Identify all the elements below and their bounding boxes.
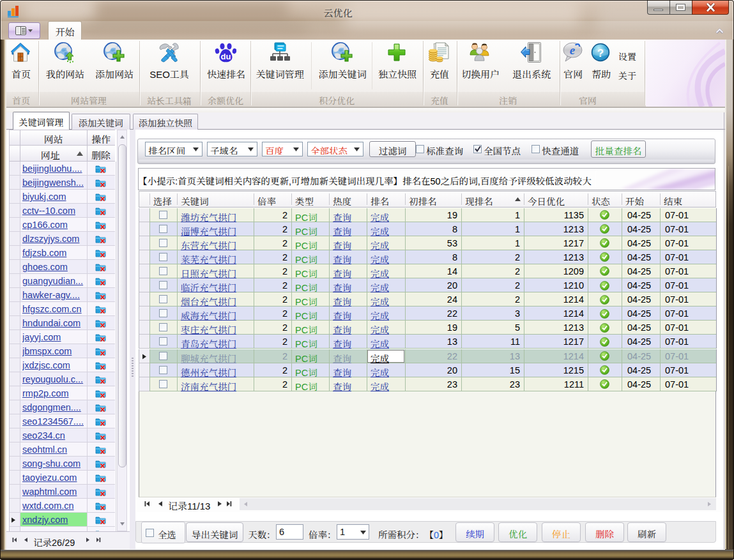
svg-text:du: du	[221, 52, 231, 61]
svg-text:e: e	[570, 43, 576, 57]
svg-text:?: ?	[597, 47, 604, 59]
